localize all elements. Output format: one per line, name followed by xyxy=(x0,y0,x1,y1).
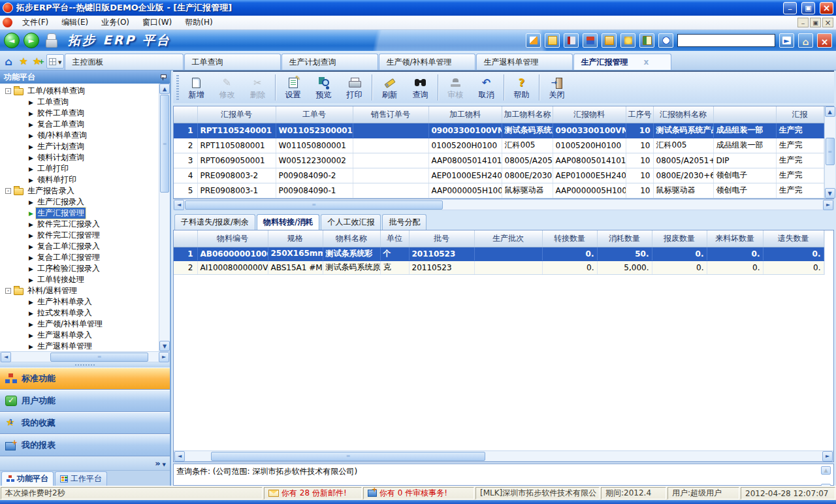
back-button[interactable] xyxy=(4,33,20,48)
scroll-up-icon[interactable] xyxy=(821,466,831,475)
tab-dashboard[interactable]: 主控面板 xyxy=(65,54,184,70)
tree-item[interactable]: 生产计划查询 xyxy=(3,141,159,152)
table-row[interactable]: 1RPT1105240001W01105230000109003300100VM… xyxy=(174,123,824,138)
table-row[interactable]: 5PRE0908003-1P009084090-1AAP0000005H1000… xyxy=(174,183,824,198)
scroll-up-icon[interactable] xyxy=(825,106,835,117)
query-button[interactable]: 查询 xyxy=(405,72,436,102)
col-report-status[interactable]: 汇报 xyxy=(776,106,824,123)
tree-item[interactable]: 领/补料单查询 xyxy=(3,130,159,141)
cancel-button[interactable]: 取消 xyxy=(471,72,502,102)
col-sales-order-no[interactable]: 销售订单号 xyxy=(353,106,428,123)
tree-item[interactable]: 胶件工单查询 xyxy=(3,108,159,119)
tree-item[interactable]: 生产领/补料单管理 xyxy=(3,319,159,330)
tree-horizontal-scrollbar[interactable] xyxy=(0,351,170,362)
col-workorder-no[interactable]: 工单号 xyxy=(276,106,353,123)
close-tab-button[interactable]: 关闭 xyxy=(541,72,572,102)
tree-vertical-scrollbar[interactable] xyxy=(159,84,170,351)
print-button[interactable]: 打印 xyxy=(339,72,370,102)
scroll-right-icon[interactable] xyxy=(823,200,833,210)
tab-function-platform[interactable]: 功能平台 xyxy=(1,471,54,486)
add-button[interactable]: 新增 xyxy=(181,72,212,102)
tab-material-return-mgmt[interactable]: 生产退料单管理 xyxy=(476,54,573,70)
col-report-material[interactable]: 汇报物料 xyxy=(553,106,626,123)
pin-icon[interactable] xyxy=(160,74,166,81)
col-department[interactable] xyxy=(713,106,776,123)
tree-item[interactable]: 生产汇报录入 xyxy=(3,197,159,208)
preview-button[interactable]: 预览 xyxy=(308,72,339,102)
scroll-left-icon[interactable] xyxy=(174,200,184,210)
col-material-name[interactable]: 物料名称 xyxy=(323,230,380,247)
col-unit[interactable]: 单位 xyxy=(380,230,409,247)
col-process-no[interactable]: 工序号 xyxy=(626,106,653,123)
delete-button[interactable]: 删除 xyxy=(242,72,273,102)
col-consume-qty[interactable]: 消耗数量 xyxy=(597,230,652,247)
home-quick-icon[interactable] xyxy=(1,54,16,69)
org-chart-icon[interactable] xyxy=(583,33,598,48)
clock-icon[interactable] xyxy=(658,33,673,48)
col-transfer-qty[interactable]: 转接数量 xyxy=(542,230,597,247)
modify-button[interactable]: 修改 xyxy=(212,72,242,102)
run-icon[interactable] xyxy=(779,33,794,48)
scrollbar-thumb[interactable] xyxy=(826,138,835,165)
table-row[interactable]: 4PRE0908003-2P009084090-2AEP01000E5H2403… xyxy=(174,168,824,183)
tree-item[interactable]: 生产退料单管理 xyxy=(3,341,159,351)
settings-button[interactable]: 设置 xyxy=(278,72,308,102)
scroll-left-icon[interactable] xyxy=(174,451,185,462)
table-row[interactable]: 1AB06000001000V250X165mm，c9测试条系统彩个201105… xyxy=(174,247,824,260)
forward-button[interactable] xyxy=(24,33,39,48)
home-icon[interactable] xyxy=(798,33,813,48)
favorite-icon[interactable] xyxy=(16,54,31,69)
tab-work-platform[interactable]: 工作平台 xyxy=(55,471,107,486)
address-book-icon[interactable] xyxy=(564,33,579,48)
table-row[interactable]: 3RPT0609050001W005122300002AAP0800501410… xyxy=(174,153,824,168)
tab-workorder-query[interactable]: 工单查询 xyxy=(184,54,281,70)
scroll-down-icon[interactable] xyxy=(825,188,835,198)
tab-subitem-loss[interactable]: 子料遗失/报废/剩余 xyxy=(174,214,255,230)
tab-personal-efficiency[interactable]: 个人工效汇报 xyxy=(321,214,381,230)
tree-folder-material-mgmt[interactable]: 补料/退料管理 xyxy=(3,285,159,296)
col-batch-no[interactable]: 批号 xyxy=(409,230,474,247)
menu-edit[interactable]: 编辑(E) xyxy=(56,16,94,29)
tab-close-icon[interactable] xyxy=(628,57,649,67)
toolbar-grip[interactable] xyxy=(176,75,179,100)
status-audit[interactable]: 你有 0 件审核事务! xyxy=(363,487,474,499)
col-report-material-name[interactable]: 汇报物料名称 xyxy=(653,106,713,123)
col-spec[interactable]: 规格 xyxy=(268,230,323,247)
status-mail[interactable]: 你有 28 份新邮件! xyxy=(264,487,362,499)
collapse-icon[interactable] xyxy=(5,188,11,194)
col-report-no[interactable]: 汇报单号 xyxy=(197,106,276,123)
menu-window[interactable]: 窗口(W) xyxy=(137,16,178,29)
tree-item[interactable]: 胶件完工汇报管理 xyxy=(3,230,159,241)
tab-batch-allocation[interactable]: 批号分配 xyxy=(382,214,426,230)
title-bar[interactable]: 拓步ERP平台--热键旧版DEMO企业版 - [生产汇报管理] xyxy=(0,0,836,16)
scroll-right-icon[interactable] xyxy=(822,451,833,462)
tab-list-button[interactable] xyxy=(46,54,64,69)
col-process-material[interactable]: 加工物料 xyxy=(428,106,502,123)
folder-up-icon[interactable] xyxy=(545,33,560,48)
tree-item[interactable]: 工单查询 xyxy=(3,97,159,108)
collapse-icon[interactable] xyxy=(5,88,11,94)
detail-grid-horizontal-scrollbar[interactable] xyxy=(174,450,833,462)
tree-item[interactable]: 复合工单汇报管理 xyxy=(3,252,159,263)
scroll-right-icon[interactable] xyxy=(159,352,169,362)
col-defective-qty[interactable]: 来料坏数量 xyxy=(707,230,763,247)
tree-item[interactable]: 工单打印 xyxy=(3,163,159,174)
mdi-minimize-button[interactable] xyxy=(797,18,809,27)
table-row[interactable]: 2RPT1105080001W01105080000101005200H0100… xyxy=(174,138,824,153)
window-tiles-icon[interactable] xyxy=(526,33,541,48)
tree-item[interactable]: 生产补料单录入 xyxy=(3,296,159,307)
tree-item[interactable]: 生产退料单录入 xyxy=(3,330,159,341)
col-process-material-name[interactable]: 加工物料名称 xyxy=(502,106,553,123)
scrollbar-thumb[interactable] xyxy=(160,95,169,193)
report-grid-horizontal-scrollbar[interactable] xyxy=(173,199,834,210)
tab-material-issue-mgmt[interactable]: 生产领/补料单管理 xyxy=(379,54,475,70)
stack-button-standard-functions[interactable]: 标准功能 xyxy=(0,368,170,390)
mdi-close-button[interactable] xyxy=(822,18,833,27)
tree-item[interactable]: 复合工单查询 xyxy=(3,119,159,130)
refresh-button[interactable]: 刷新 xyxy=(374,72,405,102)
help-button[interactable]: 帮助 xyxy=(506,72,537,102)
tab-production-report-mgmt[interactable]: 生产汇报管理 xyxy=(573,54,671,70)
stack-button-my-favorites[interactable]: 我的收藏 xyxy=(0,412,170,434)
tab-production-plan-query[interactable]: 生产计划查询 xyxy=(281,54,378,70)
col-scrap-qty[interactable]: 报废数量 xyxy=(652,230,707,247)
